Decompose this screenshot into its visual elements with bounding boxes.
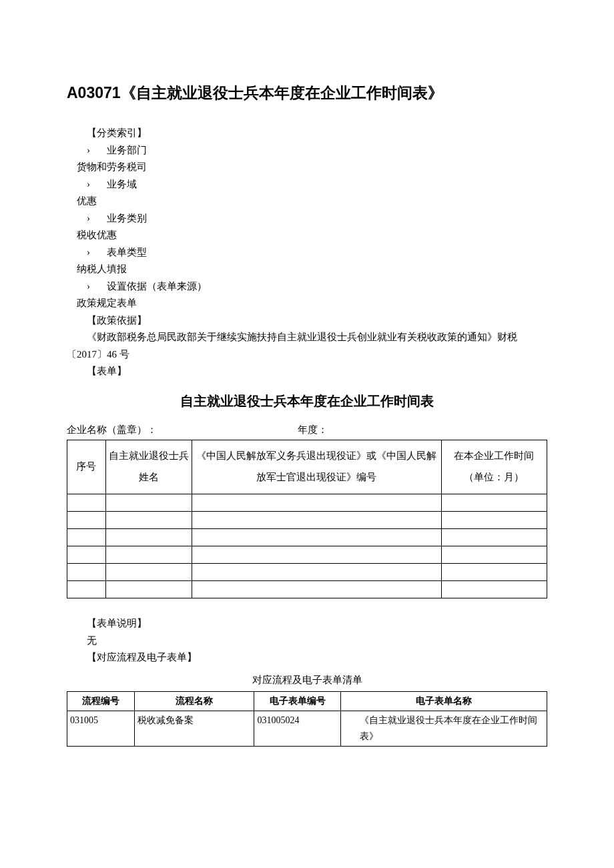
table-cell	[192, 563, 441, 580]
table-cell	[105, 511, 192, 528]
map-h3: 电子表单编号	[254, 692, 340, 711]
map-c3: 031005024	[254, 711, 340, 747]
index-head: 表单类型	[107, 247, 147, 258]
policy-label: 【政策依据】	[87, 312, 547, 330]
desc-label: 【表单说明】	[87, 615, 547, 632]
main-table: 序号 自主就业退役士兵姓名 《中国人民解放军义务兵退出现役证》或《中国人民解放军…	[67, 440, 547, 598]
chevron-icon: ›	[87, 278, 107, 296]
policy-text: 《财政部税务总局民政部关于继续实施扶持自主就业退役士兵创业就业有关税收政策的通知…	[67, 329, 547, 363]
chevron-icon: ›	[87, 176, 107, 193]
map-h4: 电子表单名称	[340, 692, 547, 711]
table-cell	[67, 580, 106, 598]
index-head: 业务域	[107, 179, 137, 189]
table-cell	[67, 563, 106, 580]
table-cell	[441, 580, 547, 598]
table-cell	[192, 511, 441, 528]
table-row	[67, 546, 547, 563]
table-cell	[105, 580, 192, 598]
table-cell	[192, 528, 441, 546]
table-row: 031005 税收减免备案 031005024 《自主就业退役士兵本年度在企业工…	[67, 711, 547, 747]
table-cell	[105, 528, 192, 546]
table-cell	[441, 546, 547, 563]
table-cell	[192, 546, 441, 563]
desc-text: 无	[87, 632, 547, 650]
map-c1: 031005	[67, 711, 135, 747]
index-label: 【分类索引】	[87, 125, 547, 142]
table-cell	[105, 546, 192, 563]
index-value: 优惠	[77, 195, 97, 206]
table-cell	[67, 494, 106, 511]
table-cell	[441, 528, 547, 546]
form-meta-right: 年度：	[298, 422, 547, 439]
index-head: 业务部门	[107, 145, 147, 155]
chevron-icon: ›	[87, 244, 107, 262]
page-title: A03071《自主就业退役士兵本年度在企业工作时间表》	[67, 80, 547, 106]
table-row	[67, 580, 547, 598]
table-cell	[105, 563, 192, 580]
table-cell	[192, 580, 441, 598]
th-seq: 序号	[67, 440, 106, 494]
form-title: 自主就业退役士兵本年度在企业工作时间表	[67, 390, 547, 412]
main-table-body	[67, 494, 547, 598]
map-c2: 税收减免备案	[134, 711, 254, 747]
chevron-icon: ›	[87, 142, 107, 159]
table-cell	[441, 511, 547, 528]
index-value: 税收优惠	[77, 230, 117, 240]
mapping-title: 对应流程及电子表单清单	[67, 672, 547, 689]
table-cell	[105, 494, 192, 511]
th-name: 自主就业退役士兵姓名	[105, 440, 192, 494]
form-label: 【表单】	[87, 363, 547, 380]
mapping-table: 流程编号 流程名称 电子表单编号 电子表单名称 031005 税收减免备案 03…	[67, 691, 547, 746]
th-cert: 《中国人民解放军义务兵退出现役证》或《中国人民解放军士官退出现役证》编号	[192, 440, 441, 494]
map-h2: 流程名称	[134, 692, 254, 711]
index-head: 业务类别	[107, 213, 147, 224]
index-value: 政策规定表单	[77, 298, 137, 308]
index-value: 纳税人填报	[77, 264, 127, 274]
form-meta-left: 企业名称（盖章）：	[67, 422, 298, 439]
index-head: 设置依据（表单来源）	[107, 281, 207, 292]
table-cell	[67, 511, 106, 528]
table-cell	[67, 546, 106, 563]
chevron-icon: ›	[87, 210, 107, 228]
table-row	[67, 563, 547, 580]
table-cell	[441, 494, 547, 511]
table-cell	[67, 528, 106, 546]
mapping-label: 【对应流程及电子表单】	[87, 649, 547, 667]
table-row	[67, 528, 547, 546]
table-cell	[192, 494, 441, 511]
map-h1: 流程编号	[67, 692, 135, 711]
table-row	[67, 494, 547, 511]
index-value: 货物和劳务税司	[77, 161, 147, 172]
map-c4: 《自主就业退役士兵本年度在企业工作时间表》	[340, 711, 547, 747]
table-cell	[441, 563, 547, 580]
th-months: 在本企业工作时间（单位：月）	[441, 440, 547, 494]
table-row	[67, 511, 547, 528]
